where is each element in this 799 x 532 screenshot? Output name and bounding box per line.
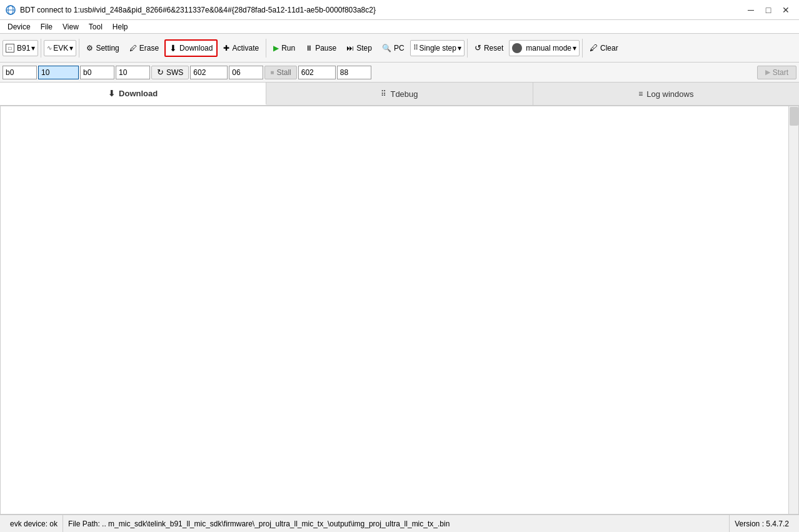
field-1[interactable] <box>3 66 37 79</box>
toolbar: □ B91 ▾ ∿ EVK ▾ ⚙ Setting 🖊 Erase ⬇ Down… <box>0 34 799 63</box>
pause-icon: ⏸ <box>305 44 313 53</box>
vertical-scrollbar[interactable] <box>788 106 798 514</box>
activate-icon: ✚ <box>223 44 229 53</box>
clear-button[interactable]: 🖊 Clear <box>585 40 623 56</box>
sws-button[interactable]: ↻ SWS <box>151 66 189 79</box>
download-tab-icon: ⬇ <box>108 89 115 98</box>
version-section: Version : 5.4.7.2 <box>730 515 794 532</box>
menu-file[interactable]: File <box>36 21 58 33</box>
activate-label: Activate <box>232 44 259 53</box>
singlestep-dropdown[interactable]: ⠿ Single step ▾ <box>410 40 465 56</box>
scroll-area[interactable] <box>1 106 798 514</box>
separator-4 <box>467 39 468 58</box>
tdebug-tab-label: Tdebug <box>390 89 418 99</box>
step-label: Step <box>356 44 372 53</box>
tab-bar: ⬇ Download ⠿ Tdebug ≡ Log windows <box>0 83 799 106</box>
sws-icon: ↻ <box>157 68 164 77</box>
field-5[interactable] <box>190 66 228 79</box>
separator-5 <box>582 39 583 58</box>
menu-device[interactable]: Device <box>3 21 36 33</box>
manualmode-dropdown[interactable]: manual mode ▾ <box>509 40 580 56</box>
reset-icon: ↺ <box>475 43 481 53</box>
b91-label: B91 <box>17 44 30 53</box>
file-path: File Path: .. m_mic_sdk\telink_b91_ll_mi… <box>68 519 450 528</box>
erase-label: Erase <box>139 44 159 53</box>
tdebug-tab-icon: ⠿ <box>381 89 386 98</box>
b91-arrow: ▾ <box>31 44 35 53</box>
menu-help[interactable]: Help <box>108 21 133 33</box>
evk-label: EVK <box>53 44 68 53</box>
close-button[interactable]: ✕ <box>778 4 794 16</box>
logwindows-tab-label: Log windows <box>646 89 693 99</box>
clear-icon: 🖊 <box>590 43 598 53</box>
pause-button[interactable]: ⏸ Pause <box>301 41 341 56</box>
sws-label: SWS <box>166 68 183 77</box>
window-controls: ─ □ ✕ <box>743 4 794 16</box>
window-title: BDT connect to 1:usb#vid_248a&pid_8266#6… <box>20 6 743 14</box>
logwindows-tab-icon: ≡ <box>638 89 643 98</box>
file-path-section: File Path: .. m_mic_sdk\telink_b91_ll_mi… <box>63 515 730 532</box>
maximize-button[interactable]: □ <box>760 4 776 16</box>
version-label: Version : 5.4.7.2 <box>735 519 789 528</box>
status-bar: evk device: ok File Path: .. m_mic_sdk\t… <box>0 514 799 532</box>
title-bar: BDT connect to 1:usb#vid_248a&pid_8266#6… <box>0 0 799 20</box>
tab-logwindows[interactable]: ≡ Log windows <box>533 83 799 105</box>
clear-label: Clear <box>600 44 618 53</box>
minimize-button[interactable]: ─ <box>743 4 759 16</box>
separator-1 <box>41 39 41 58</box>
manualmode-icon <box>512 43 522 53</box>
evk-status: evk device: ok <box>10 519 58 528</box>
tab-tdebug[interactable]: ⠿ Tdebug <box>266 83 533 105</box>
erase-icon: 🖊 <box>129 44 137 53</box>
erase-button[interactable]: 🖊 Erase <box>125 41 163 56</box>
singlestep-arrow: ▾ <box>458 44 461 53</box>
manualmode-arrow: ▾ <box>573 44 576 53</box>
menu-view[interactable]: View <box>58 21 84 33</box>
download-icon: ⬇ <box>169 43 177 53</box>
evk-status-section: evk device: ok <box>5 515 63 532</box>
stall-label: Stall <box>276 68 291 77</box>
setting-label: Setting <box>96 44 119 53</box>
field-7[interactable] <box>298 66 336 79</box>
separator-3 <box>266 39 266 58</box>
run-button[interactable]: ▶ Run <box>269 41 299 56</box>
separator-2 <box>79 39 79 58</box>
tab-download[interactable]: ⬇ Download <box>0 83 266 105</box>
run-icon: ▶ <box>273 44 279 53</box>
singlestep-icon: ⠿ <box>413 44 418 52</box>
download-button[interactable]: ⬇ Download <box>164 39 218 57</box>
start-label: Start <box>773 68 788 77</box>
field-2[interactable] <box>38 66 79 79</box>
field-8[interactable] <box>337 66 371 79</box>
pc-icon: 🔍 <box>382 44 391 53</box>
vertical-scroll-thumb[interactable] <box>790 107 798 126</box>
pc-button[interactable]: 🔍 PC <box>378 41 409 56</box>
app-icon <box>5 4 16 16</box>
pause-label: Pause <box>315 44 336 53</box>
reset-button[interactable]: ↺ Reset <box>470 40 508 56</box>
stall-icon: ■ <box>270 69 274 76</box>
step-button[interactable]: ⏭ Step <box>342 41 376 56</box>
evk-arrow: ▾ <box>69 44 73 53</box>
field-4[interactable] <box>116 66 150 79</box>
download-tab-label: Download <box>119 89 158 98</box>
download-label: Download <box>179 44 213 53</box>
input-row: ↻ SWS ■ Stall ▶ Start <box>0 63 799 83</box>
start-button[interactable]: ▶ Start <box>757 66 796 79</box>
setting-icon: ⚙ <box>86 44 93 53</box>
singlestep-label: Single step <box>420 44 456 53</box>
activate-button[interactable]: ✚ Activate <box>219 41 263 56</box>
content-area <box>0 106 799 514</box>
menu-tool[interactable]: Tool <box>84 21 108 33</box>
run-label: Run <box>281 44 295 53</box>
field-6[interactable] <box>229 66 263 79</box>
b91-dropdown[interactable]: □ B91 ▾ <box>3 40 38 56</box>
stall-button[interactable]: ■ Stall <box>264 66 296 79</box>
start-icon: ▶ <box>765 68 770 76</box>
setting-button[interactable]: ⚙ Setting <box>82 41 123 56</box>
evk-dropdown[interactable]: ∿ EVK ▾ <box>44 40 76 56</box>
menu-bar: Device File View Tool Help <box>0 20 799 34</box>
field-3[interactable] <box>80 66 114 79</box>
pc-label: PC <box>394 44 405 53</box>
manualmode-label: manual mode <box>526 44 571 53</box>
